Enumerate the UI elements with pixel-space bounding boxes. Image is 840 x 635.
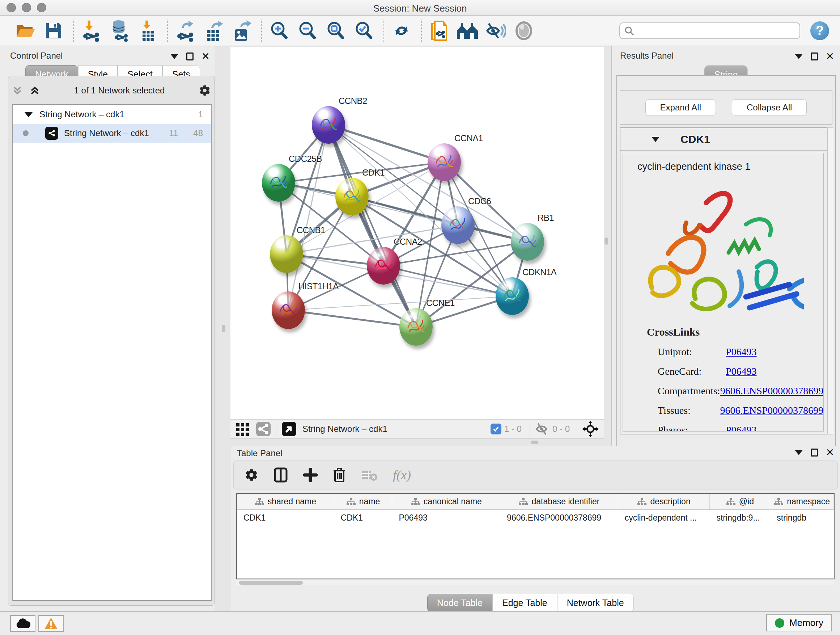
panel-float-icon[interactable]	[811, 52, 818, 60]
node-label: CDC6	[468, 196, 491, 206]
refresh-button[interactable]	[390, 19, 413, 42]
column-header[interactable]: description	[618, 494, 710, 509]
network-options-gear-icon[interactable]	[199, 84, 211, 97]
memory-button[interactable]: Memory	[766, 614, 832, 631]
network-node-ccnb1[interactable]	[270, 235, 303, 273]
column-header[interactable]: namespace	[770, 494, 834, 509]
sphere-button[interactable]	[512, 19, 535, 42]
export-table-button[interactable]	[202, 19, 225, 42]
string-document-button[interactable]	[428, 19, 451, 42]
open-view-icon[interactable]	[281, 421, 297, 437]
warnings-button[interactable]	[38, 615, 64, 632]
delete-column-icon[interactable]	[333, 467, 346, 483]
zoom-selected-button[interactable]	[352, 19, 376, 42]
tab-edge-table[interactable]: Edge Table	[493, 594, 557, 612]
zoom-out-button[interactable]	[296, 19, 319, 42]
show-columns-icon[interactable]	[273, 467, 288, 483]
column-header[interactable]: canonical name	[392, 494, 500, 509]
node-table[interactable]: shared namenamecanonical namedatabase id…	[236, 493, 835, 579]
import-table-button[interactable]	[136, 19, 159, 42]
gene-entry-header[interactable]: CDK1	[621, 128, 832, 150]
crosslink-link[interactable]: P06493	[726, 424, 757, 432]
panel-menu-icon[interactable]	[795, 54, 803, 59]
help-button[interactable]: ?	[810, 21, 829, 40]
panel-close-icon[interactable]: ✕	[202, 51, 210, 62]
column-header[interactable]: @id	[710, 494, 770, 509]
tree-expander-icon[interactable]	[24, 112, 33, 117]
panel-close-icon[interactable]: ✕	[826, 448, 834, 458]
zoom-fit-button[interactable]	[324, 19, 347, 42]
table-horizontal-scrollbar[interactable]	[236, 579, 835, 585]
thumbnail-grid-icon[interactable]	[235, 422, 250, 436]
table-cell[interactable]: stringdb	[770, 510, 834, 526]
network-node-cdc25b[interactable]	[262, 164, 295, 202]
panel-float-icon[interactable]	[811, 448, 818, 456]
network-node-rb1[interactable]	[511, 223, 544, 261]
expand-all-button[interactable]: Expand All	[645, 99, 716, 116]
search-input[interactable]	[619, 22, 800, 39]
column-header[interactable]: name	[334, 494, 393, 509]
network-node-cdc6[interactable]	[441, 206, 475, 244]
crosslink-link[interactable]: P06493	[726, 366, 757, 377]
left-splitter-handle[interactable]	[222, 325, 225, 332]
crosslink-link[interactable]: P06493	[726, 346, 757, 358]
network-edge[interactable]	[328, 125, 416, 327]
table-settings-gear-icon[interactable]	[245, 468, 258, 482]
panel-menu-icon[interactable]	[795, 450, 803, 455]
network-tree-child-row[interactable]: String Network – cdk1 11 48	[13, 124, 211, 143]
network-edge[interactable]	[328, 125, 444, 162]
table-cell[interactable]: CDK1	[334, 510, 393, 526]
bottom-splitter-handle[interactable]	[531, 440, 538, 444]
import-network-button[interactable]	[80, 19, 103, 42]
gene-expander-icon[interactable]	[652, 137, 660, 142]
table-row[interactable]: CDK1CDK1P064939606.ENSP00000378699cyclin…	[237, 510, 834, 526]
tab-node-table[interactable]: Node Table	[427, 594, 493, 612]
network-node-hist1h1a[interactable]	[272, 291, 305, 329]
panel-float-icon[interactable]	[186, 52, 194, 60]
collapse-all-button[interactable]: Collapse All	[732, 99, 807, 116]
share-view-icon[interactable]	[256, 421, 271, 437]
import-database-button[interactable]	[108, 19, 131, 42]
navigator-crosshair-icon[interactable]	[582, 421, 599, 437]
gene-entry-body: cyclin-dependent kinase 1	[622, 153, 824, 432]
network-node-cdk1[interactable]	[335, 178, 369, 215]
tab-network-table[interactable]: Network Table	[557, 594, 634, 612]
table-cell[interactable]: 9606.ENSP00000378699	[500, 510, 618, 526]
node-label: CCNB2	[339, 96, 367, 106]
network-node-ccna2[interactable]	[367, 247, 400, 285]
network-node-cdkn1a[interactable]	[496, 277, 529, 315]
column-header[interactable]: shared name	[237, 494, 334, 509]
cloud-status-button[interactable]	[10, 615, 35, 632]
open-session-button[interactable]	[14, 19, 37, 42]
network-canvas[interactable]: CCNB2CCNA1CDC25BCDK1CDC6RB1CCNB1CCNA2HIS…	[231, 47, 604, 419]
collapse-all-icon[interactable]	[12, 86, 23, 95]
string-home-button[interactable]	[456, 19, 479, 42]
export-image-button[interactable]	[230, 19, 253, 42]
add-column-icon[interactable]	[303, 468, 317, 482]
enrichment-eye-button[interactable]	[484, 19, 507, 42]
network-edge[interactable]	[288, 310, 416, 327]
network-node-ccne1[interactable]	[399, 308, 433, 346]
expand-all-icon[interactable]	[29, 86, 40, 95]
network-node-ccna1[interactable]	[428, 143, 461, 181]
table-cell[interactable]: stringdb:9...	[710, 510, 770, 526]
scrollbar-thumb[interactable]	[239, 581, 303, 585]
export-network-button[interactable]	[174, 19, 197, 42]
table-cell[interactable]: P06493	[392, 510, 500, 526]
save-session-button[interactable]	[42, 19, 65, 42]
table-cell[interactable]: cyclin-dependent ...	[618, 510, 710, 526]
network-tree-root-row[interactable]: String Network – cdk1 1	[13, 105, 211, 124]
network-node-ccnb2[interactable]	[312, 106, 345, 144]
column-header[interactable]: database identifier	[500, 494, 618, 509]
protein-ribbon-thumbnail	[516, 231, 538, 253]
results-scrollbar[interactable]	[827, 127, 833, 434]
crosslink-link[interactable]: 9606.ENSP00000378699	[720, 385, 823, 397]
selected-checkbox-icon[interactable]	[491, 424, 501, 434]
panel-close-icon[interactable]: ✕	[826, 51, 834, 62]
zoom-in-button[interactable]	[268, 19, 291, 42]
right-splitter-handle[interactable]	[605, 238, 608, 245]
hidden-eye-icon[interactable]	[535, 423, 549, 435]
table-cell[interactable]: CDK1	[237, 510, 334, 526]
crosslink-link[interactable]: 9606.ENSP00000378699	[720, 405, 823, 416]
panel-menu-icon[interactable]	[171, 54, 178, 59]
